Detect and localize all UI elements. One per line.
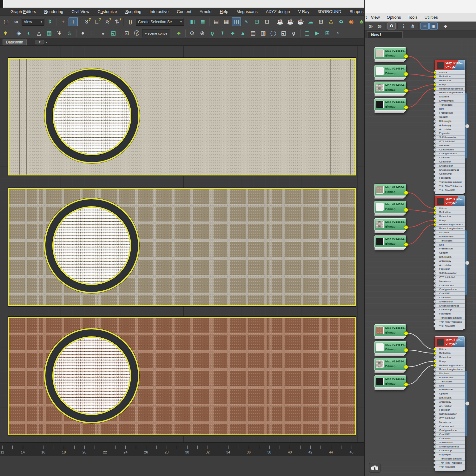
sun-light-icon[interactable]: ☀ (218, 29, 227, 38)
param-input-socket[interactable] (433, 215, 436, 218)
material-param-row[interactable]: GTR tail falloff (435, 275, 465, 280)
param-input-socket[interactable] (433, 441, 436, 444)
param-input-socket[interactable] (433, 313, 436, 315)
tab-datasmith[interactable]: Datasmith (3, 39, 27, 45)
param-input-socket[interactable] (433, 300, 436, 303)
material-param-row[interactable]: Thin Film IOR (435, 188, 465, 192)
material-param-row[interactable]: Reflection (435, 351, 465, 355)
blender-icon[interactable]: ◉ (347, 17, 356, 26)
param-input-socket[interactable] (433, 458, 436, 460)
layout-children-icon[interactable]: ⋔ (408, 23, 417, 30)
angle-snap-icon[interactable]: ∟? (92, 17, 102, 26)
param-input-socket[interactable] (433, 405, 436, 407)
material-param-row[interactable]: Bump (435, 359, 465, 363)
align-icon[interactable]: ≣ (198, 17, 208, 26)
material-param-row[interactable]: Sheen glossiness (435, 445, 465, 449)
menu-item-content[interactable]: Content (173, 9, 195, 14)
material-param-row[interactable]: Coat IOR (435, 433, 465, 437)
bitmap-node-g1-3[interactable]: Map #214534...Bitmap (374, 82, 406, 96)
material-param-row[interactable]: Displace (435, 372, 465, 376)
bitmap-output-socket[interactable] (404, 225, 408, 229)
param-input-socket[interactable] (433, 304, 436, 307)
state-sets-icon[interactable]: ⊡ (262, 17, 272, 26)
bitmap-node-g1-1[interactable]: Map #214534...Bitmap (374, 47, 406, 62)
material-param-row[interactable]: Diffuse (435, 206, 465, 210)
material-param-row[interactable]: Refraction (435, 215, 465, 219)
material-param-row[interactable]: Opacity (435, 115, 465, 119)
bitmap-output-socket[interactable] (404, 382, 408, 387)
spinner-snap-icon[interactable]: ⇅? (112, 17, 122, 26)
param-input-socket[interactable] (433, 325, 436, 327)
param-input-socket[interactable] (433, 413, 436, 416)
selection-filter-dropdown[interactable]: View▾ (22, 18, 44, 26)
param-input-socket[interactable] (433, 260, 436, 262)
output-toggle-icon[interactable]: O (387, 23, 396, 30)
show-parameter-list-icon[interactable]: ≔ (420, 23, 429, 30)
select-and-link-icon[interactable]: ∞ (11, 17, 21, 26)
material-param-row[interactable]: Coat IOR (435, 156, 465, 160)
param-input-socket[interactable] (433, 321, 436, 323)
material-param-row[interactable]: Fresnel IOR (435, 247, 465, 251)
timeline-ruler[interactable]: 121416182022242628303234363840424446 (0, 442, 364, 456)
material-param-row[interactable]: Coat color (435, 296, 465, 300)
bitmap-output-socket[interactable] (404, 208, 408, 212)
camera-icon[interactable]: ⊙ (187, 29, 197, 38)
param-input-socket[interactable] (433, 120, 436, 123)
pick-material-from-object-icon[interactable]: ◆ (441, 23, 450, 30)
param-input-socket[interactable] (433, 272, 436, 275)
material-param-row[interactable]: GTR tail falloff (435, 140, 465, 144)
bitmap-output-socket[interactable] (404, 72, 408, 76)
node-wire[interactable] (408, 350, 433, 353)
material-param-row[interactable]: Environment (435, 376, 465, 380)
param-input-socket[interactable] (433, 152, 436, 155)
menu-item-rendering[interactable]: Rendering (40, 9, 67, 14)
warning-icon[interactable]: ⚠ (326, 17, 336, 26)
starburst-icon[interactable]: ∗ (1, 29, 10, 38)
material-param-row[interactable]: Diff. rough. (435, 396, 465, 400)
sample-slot-ring[interactable] (44, 198, 139, 293)
param-input-socket[interactable] (433, 296, 436, 299)
param-input-socket[interactable] (433, 75, 436, 78)
param-input-socket[interactable] (433, 433, 436, 436)
minimize-icon[interactable]: − (462, 60, 463, 63)
param-input-socket[interactable] (433, 185, 436, 188)
param-input-socket[interactable] (433, 252, 436, 255)
node-wire[interactable] (408, 74, 433, 76)
menu-item-axyz-design[interactable]: AXYZ design (262, 9, 294, 14)
light-bulb-icon[interactable]: ϙ (208, 29, 217, 38)
material-preview-plane-3[interactable] (8, 317, 356, 435)
bitmap-output-socket[interactable] (404, 105, 408, 109)
select-and-move-icon[interactable]: + (58, 17, 68, 26)
material-output-socket[interactable] (465, 124, 469, 128)
scene-explorer-icon[interactable]: ▤ (211, 17, 221, 26)
bitmap-output-socket[interactable] (404, 54, 408, 58)
node-wire[interactable] (408, 89, 433, 107)
param-input-socket[interactable] (433, 156, 436, 159)
param-input-socket[interactable] (433, 380, 436, 383)
cube-primitive-icon[interactable]: ◈ (14, 29, 23, 38)
material-param-row[interactable]: Sheen glossiness (435, 168, 465, 172)
quick-render-teapot-icon[interactable]: ☕ (296, 17, 305, 26)
ribbon-toggle-icon[interactable]: ◫ (232, 17, 241, 26)
param-input-socket[interactable] (433, 211, 436, 214)
panel-blank-icon[interactable]: ▢ (302, 29, 312, 38)
bitmap-node-g3-2[interactable]: Map #214534...Bitmap (374, 341, 406, 356)
material-param-row[interactable]: Diff. rough. (435, 119, 465, 123)
param-input-socket[interactable] (433, 348, 436, 351)
param-input-socket[interactable] (433, 466, 436, 468)
param-input-socket[interactable] (433, 223, 436, 226)
param-input-socket[interactable] (433, 239, 436, 242)
material-param-row[interactable]: An. rotation (435, 127, 465, 131)
material-param-row[interactable]: Self-illumination (435, 136, 465, 140)
material-param-row[interactable]: Reflection (435, 210, 465, 215)
material-param-row[interactable]: Thin Film IOR (435, 324, 465, 328)
minimize-icon[interactable]: − (462, 337, 463, 340)
material-sphere-2[interactable] (52, 206, 131, 285)
param-input-socket[interactable] (433, 207, 436, 210)
node-view-canvas[interactable]: Map #214534...BitmapMap #214534...Bitmap… (365, 38, 476, 476)
menu-item-v-ray[interactable]: V-Ray (294, 9, 314, 14)
param-input-socket[interactable] (433, 445, 436, 448)
material-param-row[interactable]: Opacity (435, 251, 465, 255)
param-input-socket[interactable] (433, 360, 436, 363)
param-input-socket[interactable] (433, 284, 436, 287)
